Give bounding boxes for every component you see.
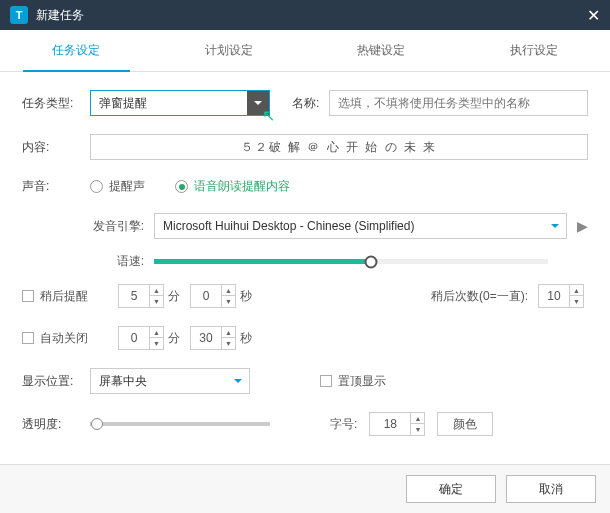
spin-down-icon[interactable]: ▼: [150, 338, 163, 349]
position-dropdown[interactable]: 屏幕中央: [90, 368, 250, 394]
slider-thumb[interactable]: [364, 255, 377, 268]
chevron-down-icon[interactable]: [227, 369, 249, 393]
slider-thumb[interactable]: [91, 418, 103, 430]
spin-up-icon[interactable]: ▲: [150, 285, 163, 296]
titlebar: T 新建任务 ✕: [0, 0, 610, 30]
autoclose-min-spinner[interactable]: 0▲▼: [118, 326, 164, 350]
spin-down-icon[interactable]: ▼: [222, 338, 235, 349]
spin-down-icon[interactable]: ▼: [150, 296, 163, 307]
opacity-slider[interactable]: [90, 422, 270, 426]
spin-up-icon[interactable]: ▲: [411, 413, 424, 424]
content-label: 内容:: [22, 139, 90, 156]
topmost-checkbox[interactable]: 置顶显示: [320, 373, 386, 390]
spin-down-icon[interactable]: ▼: [570, 296, 583, 307]
app-logo-icon: T: [10, 6, 28, 24]
radio-tts[interactable]: 语音朗读提醒内容: [175, 178, 290, 195]
later-checkbox[interactable]: 稍后提醒: [22, 288, 102, 305]
autoclose-sec-spinner[interactable]: 30▲▼: [190, 326, 236, 350]
window-title: 新建任务: [36, 7, 587, 24]
radio-beep[interactable]: 提醒声: [90, 178, 145, 195]
opacity-label: 透明度:: [22, 416, 90, 433]
font-size-spinner[interactable]: 18▲▼: [369, 412, 425, 436]
chevron-down-icon[interactable]: [247, 91, 269, 115]
tab-plan[interactable]: 计划设定: [153, 30, 306, 71]
form-body: 任务类型: 弹窗提醒 ↖ 名称: 内容: 声音: 提醒声 语音朗读提醒内容 发音…: [0, 72, 610, 464]
tab-bar: 任务设定 计划设定 热键设定 执行设定: [0, 30, 610, 72]
engine-value: Microsoft Huihui Desktop - Chinese (Simp…: [155, 219, 544, 233]
cancel-button[interactable]: 取消: [506, 475, 596, 503]
chevron-down-icon[interactable]: [544, 221, 566, 232]
color-button[interactable]: 颜色: [437, 412, 493, 436]
later-count-spinner[interactable]: 10▲▼: [538, 284, 584, 308]
speed-slider[interactable]: [154, 259, 548, 264]
dialog-buttons: 确定 取消: [0, 464, 610, 513]
tab-task[interactable]: 任务设定: [0, 30, 153, 71]
name-label: 名称:: [292, 95, 319, 112]
spin-up-icon[interactable]: ▲: [222, 327, 235, 338]
play-icon[interactable]: ▶: [577, 218, 588, 234]
font-label: 字号:: [330, 416, 357, 433]
type-dropdown[interactable]: 弹窗提醒 ↖: [90, 90, 270, 116]
type-label: 任务类型:: [22, 95, 90, 112]
tab-exec[interactable]: 执行设定: [458, 30, 611, 71]
spin-up-icon[interactable]: ▲: [570, 285, 583, 296]
position-value: 屏幕中央: [91, 373, 227, 390]
tab-hotkey[interactable]: 热键设定: [305, 30, 458, 71]
spin-up-icon[interactable]: ▲: [150, 327, 163, 338]
ok-button[interactable]: 确定: [406, 475, 496, 503]
type-value: 弹窗提醒: [91, 95, 247, 112]
position-label: 显示位置:: [22, 373, 90, 390]
name-input[interactable]: [329, 90, 588, 116]
later-count-label: 稍后次数(0=一直):: [431, 288, 528, 305]
content-input[interactable]: [90, 134, 588, 160]
close-icon[interactable]: ✕: [587, 6, 600, 25]
spin-up-icon[interactable]: ▲: [222, 285, 235, 296]
spin-down-icon[interactable]: ▼: [411, 424, 424, 435]
autoclose-checkbox[interactable]: 自动关闭: [22, 330, 102, 347]
speed-label: 语速:: [90, 253, 154, 270]
sound-label: 声音:: [22, 178, 90, 195]
engine-dropdown[interactable]: Microsoft Huihui Desktop - Chinese (Simp…: [154, 213, 567, 239]
spin-down-icon[interactable]: ▼: [222, 296, 235, 307]
later-min-spinner[interactable]: 5▲▼: [118, 284, 164, 308]
later-sec-spinner[interactable]: 0▲▼: [190, 284, 236, 308]
engine-label: 发音引擎:: [90, 218, 154, 235]
